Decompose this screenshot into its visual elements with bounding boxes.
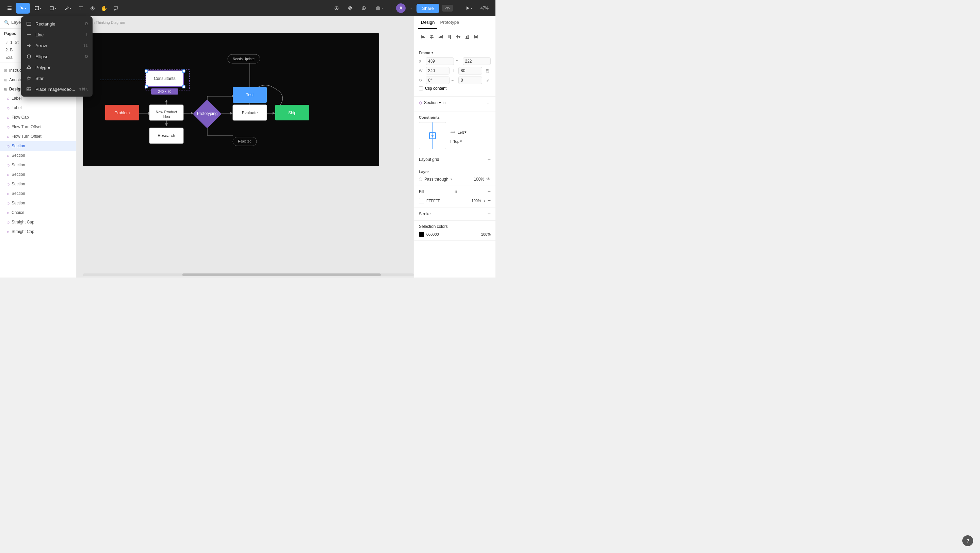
layer-item-flow-turn1[interactable]: ◇ Flow Turn Offset <box>0 122 76 132</box>
layers-button[interactable]: ▾ <box>372 3 386 14</box>
menu-button[interactable] <box>4 3 15 14</box>
select-tool-button[interactable]: ▾ <box>16 3 30 14</box>
dropdown-item-place-image[interactable]: Place image/video... ⇧⌘K <box>21 84 92 95</box>
y-input[interactable] <box>463 57 491 65</box>
pass-through-arrow[interactable]: ▾ <box>450 178 452 181</box>
dropdown-item-polygon[interactable]: Polygon <box>21 62 92 73</box>
layer-item-label: Flow Turn Offset <box>11 124 41 129</box>
constrain-proportions-button[interactable]: ⛓ <box>484 67 491 74</box>
layout-grid-add-button[interactable]: + <box>488 156 491 162</box>
frame-dropdown-icon[interactable]: ▾ <box>431 51 433 54</box>
component-tool-button[interactable] <box>87 3 98 14</box>
w-label: W <box>419 69 424 73</box>
frame-title: Frame ▾ <box>419 51 491 55</box>
canvas-scrollbar-thumb[interactable] <box>182 273 381 276</box>
constraints-dot <box>431 135 434 137</box>
constraint-h-arrow: ▾ <box>465 130 466 134</box>
grid-dots-button[interactable]: ⠿ <box>443 100 446 105</box>
layer-item-section6[interactable]: ◇ Section <box>0 189 76 198</box>
h-input[interactable] <box>458 67 482 75</box>
fill-add-button[interactable]: + <box>488 189 491 195</box>
selection-color-swatch[interactable] <box>419 232 424 237</box>
constraint-v-select[interactable]: Top ▾ <box>453 139 462 143</box>
avatar-dropdown-button[interactable]: ▾ <box>408 3 414 14</box>
dropdown-item-star[interactable]: Star <box>21 73 92 84</box>
fill-style-icon[interactable]: ⬥ <box>483 198 485 203</box>
layer-item-section1[interactable]: ◇ Section <box>0 141 76 151</box>
y-label: Y <box>456 59 461 63</box>
fill-grid-button[interactable]: ⠿ <box>454 189 457 194</box>
play-button[interactable]: ▾ <box>463 5 475 12</box>
canvas-frame[interactable]: Problem New Product Idea Research Consul… <box>83 33 379 166</box>
layer-item-section4[interactable]: ◇ Section <box>0 170 76 179</box>
expand-corners-button[interactable]: ⤢ <box>484 77 491 84</box>
constraint-v-icon: I <box>450 140 451 143</box>
clip-content-checkbox[interactable] <box>419 86 423 91</box>
constraints-section: Constraints ⟺ Left ▾ <box>414 112 495 153</box>
svg-point-21 <box>27 88 28 89</box>
pen-tool-button[interactable]: ▾ <box>60 3 75 14</box>
text-tool-button[interactable] <box>76 3 86 14</box>
mask-tool-button[interactable] <box>331 3 342 14</box>
w-input[interactable] <box>426 67 450 75</box>
layer-item-section5[interactable]: ◇ Section <box>0 179 76 189</box>
theme-button[interactable] <box>358 3 369 14</box>
layer-item-straight-cap2[interactable]: ◇ Straight Cap <box>0 227 76 236</box>
frame-tool-button[interactable]: ▾ <box>30 3 45 14</box>
svg-point-17 <box>27 55 30 58</box>
constraints-box[interactable] <box>419 122 446 149</box>
corner-input[interactable] <box>458 76 482 84</box>
layer-properties-row: Pass through ▾ 100% 👁 <box>419 176 491 182</box>
layer-item-section2[interactable]: ◇ Section <box>0 151 76 160</box>
layer-item-straight-cap1[interactable]: ◇ Straight Cap <box>0 217 76 227</box>
constraint-h-select[interactable]: Left ▾ <box>458 130 466 134</box>
layout-grid-label: Layout grid <box>419 157 439 162</box>
comment-tool-button[interactable] <box>110 3 121 14</box>
svg-rect-88 <box>456 37 460 37</box>
more-options-button[interactable]: ··· <box>487 100 491 105</box>
zoom-level-button[interactable]: 47% <box>478 5 492 12</box>
svg-marker-13 <box>466 6 469 10</box>
tab-design[interactable]: Design <box>418 16 437 29</box>
dropdown-item-label: Line <box>35 32 44 37</box>
rotation-input[interactable] <box>426 76 450 84</box>
canvas-scrollbar[interactable] <box>83 273 414 276</box>
canvas-area[interactable]: Design Thinking Diagram <box>76 16 414 278</box>
fill-label: Fill <box>419 189 424 194</box>
fill-color-swatch[interactable] <box>419 198 424 203</box>
x-input[interactable] <box>426 57 454 65</box>
layer-item-section3[interactable]: ◇ Section <box>0 160 76 170</box>
align-center-h-button[interactable] <box>428 33 436 41</box>
align-bottom-button[interactable] <box>463 33 471 41</box>
layer-item-label2[interactable]: ◇ Label <box>0 103 76 113</box>
layer-item-choice[interactable]: ◇ Choice <box>0 208 76 217</box>
align-center-v-button[interactable] <box>454 33 463 41</box>
share-button[interactable]: Share <box>417 4 439 13</box>
svg-text:Consultants: Consultants <box>154 76 175 81</box>
align-left-button[interactable] <box>419 33 427 41</box>
align-top-button[interactable] <box>445 33 453 41</box>
dropdown-item-label: Polygon <box>35 65 51 70</box>
component-set-button[interactable] <box>345 3 356 14</box>
dropdown-item-arrow[interactable]: Arrow ⇧L <box>21 40 92 51</box>
svg-rect-89 <box>457 35 458 38</box>
instructions-icon: ⊞ <box>4 68 7 73</box>
shape-tool-button[interactable]: ▾ <box>46 3 60 14</box>
hand-tool-button[interactable]: ✋ <box>99 3 110 14</box>
layer-item-section7[interactable]: ◇ Section <box>0 198 76 208</box>
distribute-h-button[interactable] <box>472 33 480 41</box>
stroke-add-button[interactable]: + <box>488 211 491 217</box>
section-dropdown[interactable]: Section ▾ <box>424 100 441 105</box>
layer-item-flow-turn2[interactable]: ◇ Flow Turn Offset <box>0 132 76 141</box>
fill-remove-button[interactable]: − <box>488 198 491 204</box>
layer-mode-dot <box>419 178 422 181</box>
avatar-button[interactable]: A <box>396 3 406 13</box>
dropdown-item-ellipse[interactable]: Ellipse O <box>21 51 92 62</box>
layer-item-flow-cap[interactable]: ◇ Flow Cap <box>0 113 76 122</box>
align-right-button[interactable] <box>437 33 445 41</box>
tab-prototype[interactable]: Prototype <box>437 16 462 29</box>
code-button[interactable]: </> <box>442 5 453 11</box>
dropdown-item-rectangle[interactable]: Rectangle R <box>21 18 92 29</box>
dropdown-item-line[interactable]: Line L <box>21 29 92 40</box>
visibility-toggle-button[interactable]: 👁 <box>486 176 491 182</box>
